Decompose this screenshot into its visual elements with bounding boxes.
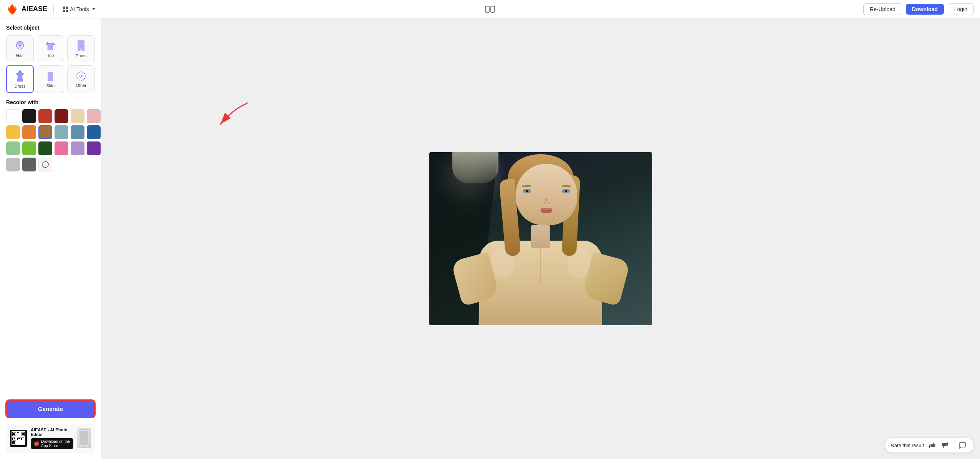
svg-rect-17 xyxy=(13,433,15,435)
color-beige[interactable] xyxy=(71,109,84,123)
color-brown[interactable] xyxy=(38,125,52,139)
top-icon xyxy=(45,40,56,52)
svg-rect-20 xyxy=(22,433,24,435)
thumbdown-button[interactable] xyxy=(940,441,950,449)
login-button[interactable]: Login xyxy=(948,3,974,15)
color-gray-light[interactable] xyxy=(6,158,20,171)
svg-point-12 xyxy=(77,72,85,80)
color-white[interactable] xyxy=(6,109,20,123)
other-label: Other xyxy=(76,83,86,88)
color-lavender[interactable] xyxy=(71,141,84,155)
color-pink-light[interactable] xyxy=(87,109,101,123)
chevron-down-icon xyxy=(92,8,95,10)
svg-rect-25 xyxy=(18,432,19,433)
arrow-annotation xyxy=(201,95,263,143)
ai-tools-label: AI Tools xyxy=(70,6,89,12)
pants-icon xyxy=(76,40,86,52)
svg-rect-8 xyxy=(78,40,84,45)
color-grid xyxy=(6,109,95,171)
generate-button[interactable]: Generate xyxy=(6,400,95,417)
app-info: AIEASE - AI Photo Editor 🍎 Download on t… xyxy=(31,427,73,449)
svg-rect-27 xyxy=(17,437,18,437)
compare-button[interactable] xyxy=(485,5,495,14)
svg-rect-31 xyxy=(21,437,22,437)
color-red[interactable] xyxy=(38,109,52,123)
color-picker-icon xyxy=(41,161,49,168)
header-center xyxy=(485,5,495,14)
qr-code xyxy=(10,430,27,447)
download-button[interactable]: Download xyxy=(906,4,944,15)
svg-rect-24 xyxy=(17,432,18,433)
thumbup-button[interactable] xyxy=(927,441,937,449)
color-gray-dark[interactable] xyxy=(22,158,36,171)
compare-icon xyxy=(485,5,495,14)
portrait-container xyxy=(429,152,652,325)
svg-point-10 xyxy=(19,70,21,72)
main-image xyxy=(429,152,652,325)
thumbdown-icon xyxy=(942,442,949,449)
svg-point-39 xyxy=(83,446,85,447)
object-item-pants[interactable]: Pants xyxy=(67,35,95,62)
svg-rect-34 xyxy=(12,437,15,437)
color-orange[interactable] xyxy=(22,125,36,139)
recolor-title: Recolor with xyxy=(6,99,95,105)
color-custom-picker[interactable] xyxy=(38,158,52,171)
object-item-top[interactable]: Top xyxy=(37,35,65,62)
ai-tools-button[interactable]: AI Tools xyxy=(60,5,98,14)
qr-code-svg xyxy=(12,431,25,445)
object-item-other[interactable]: Other xyxy=(67,65,95,93)
color-green-light[interactable] xyxy=(6,141,20,155)
svg-rect-1 xyxy=(491,6,495,12)
top-label: Top xyxy=(47,53,54,58)
thumbup-icon xyxy=(929,442,935,449)
rating-bar: Rate this result xyxy=(885,437,974,453)
color-blue-medium[interactable] xyxy=(71,125,84,139)
svg-rect-26 xyxy=(17,434,18,434)
svg-rect-38 xyxy=(80,431,88,445)
color-teal-light[interactable] xyxy=(55,125,68,139)
svg-rect-28 xyxy=(18,437,21,437)
color-green-dark[interactable] xyxy=(38,141,52,155)
phone-illustration xyxy=(77,428,91,448)
color-black[interactable] xyxy=(22,109,36,123)
select-object-title: Select object xyxy=(6,25,95,31)
color-dark-red[interactable] xyxy=(55,109,68,123)
generate-section: Generate xyxy=(6,394,95,417)
app-banner: AIEASE - AI Photo Editor 🍎 Download on t… xyxy=(6,424,95,453)
svg-rect-23 xyxy=(13,441,15,444)
object-item-dress[interactable]: Dress xyxy=(6,65,34,93)
object-item-skirt[interactable]: Skirt xyxy=(37,65,65,93)
sidebar: Select object Hair xyxy=(0,18,101,459)
comment-button[interactable] xyxy=(955,441,968,449)
comment-icon xyxy=(959,442,966,449)
logo[interactable]: AIEASE xyxy=(6,3,47,15)
logo-text: AIEASE xyxy=(22,5,47,13)
logo-icon xyxy=(6,3,18,15)
skirt-icon xyxy=(45,70,56,82)
object-item-hair[interactable]: Hair xyxy=(6,35,34,62)
canvas-area: Rate this result xyxy=(101,18,980,459)
svg-rect-30 xyxy=(18,438,20,439)
dress-icon xyxy=(15,70,25,82)
header-actions: Re-Upload Download Login xyxy=(863,3,974,15)
svg-rect-36 xyxy=(14,438,15,439)
main-layout: Select object Hair xyxy=(0,18,980,459)
color-yellow[interactable] xyxy=(6,125,20,139)
header-divider xyxy=(53,5,54,14)
arrow-svg xyxy=(201,95,263,141)
reupload-button[interactable]: Re-Upload xyxy=(863,3,902,15)
color-purple[interactable] xyxy=(87,141,101,155)
phone-svg xyxy=(78,429,90,448)
color-green-bright[interactable] xyxy=(22,141,36,155)
svg-rect-33 xyxy=(21,438,22,440)
dress-label: Dress xyxy=(14,84,25,88)
svg-rect-32 xyxy=(22,437,24,437)
color-pink[interactable] xyxy=(55,141,68,155)
color-blue-dark[interactable] xyxy=(87,125,101,139)
hair-icon xyxy=(15,40,25,52)
pants-label: Pants xyxy=(76,53,86,58)
skirt-label: Skirt xyxy=(46,83,55,88)
app-store-button[interactable]: 🍎 Download on the App Store xyxy=(31,438,73,449)
svg-rect-35 xyxy=(12,438,13,440)
app-name: AIEASE - AI Photo Editor xyxy=(31,427,73,437)
